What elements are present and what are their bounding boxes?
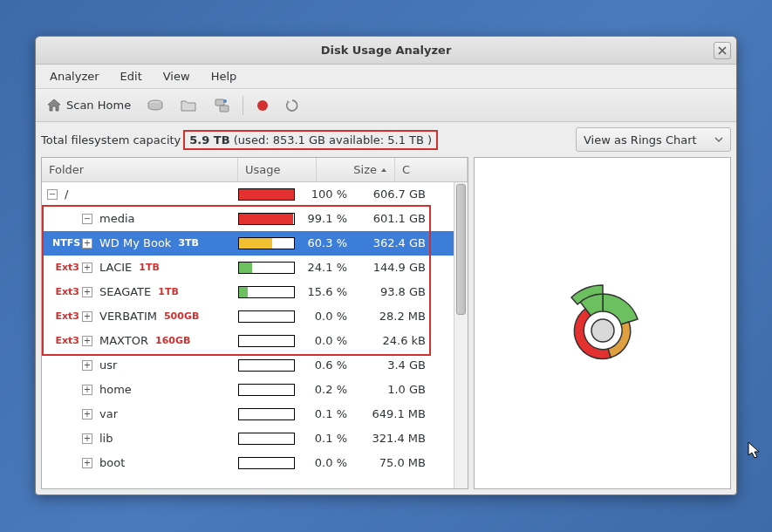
usage-percent: 0.0 %: [299, 310, 356, 323]
table-row[interactable]: +var0.1 %649.1 MB: [42, 402, 454, 426]
mouse-cursor-icon: [748, 441, 763, 460]
summary-highlight: 5.9 TB (used: 853.1 GB available: 5.1 TB…: [183, 130, 438, 150]
expand-icon[interactable]: +: [82, 458, 92, 468]
folder-name: /: [65, 188, 68, 201]
expand-icon[interactable]: +: [82, 336, 92, 346]
table-row[interactable]: Ext3+SEAGATE1TB15.6 %93.8 GB: [42, 280, 454, 304]
tree-body[interactable]: −/100 %606.7 GB−media99.1 %601.1 GBNTFS+…: [42, 182, 454, 488]
folder-name: boot: [99, 456, 125, 469]
folder-name: SEAGATE: [99, 285, 151, 298]
rings-chart: [542, 263, 664, 385]
size-value: 601.1 GB: [356, 212, 434, 225]
usage-bar: [238, 237, 295, 249]
expand-icon[interactable]: +: [82, 311, 92, 322]
summary-capacity: 5.9 TB: [189, 133, 229, 147]
titlebar[interactable]: Disk Usage Analyzer: [36, 37, 736, 65]
refresh-button[interactable]: [280, 93, 304, 118]
size-value: 1.0 GB: [356, 383, 434, 396]
collapse-icon[interactable]: −: [47, 189, 58, 200]
chevron-down-icon: [714, 135, 723, 144]
scroll-thumb[interactable]: [456, 184, 466, 315]
menu-analyzer[interactable]: Analyzer: [41, 67, 108, 85]
svg-rect-2: [220, 106, 229, 112]
menu-edit[interactable]: Edit: [112, 67, 151, 85]
menubar: Analyzer Edit View Help: [36, 65, 736, 89]
table-row[interactable]: −media99.1 %601.1 GB: [42, 207, 454, 231]
table-row[interactable]: Ext3+LACIE1TB24.1 %144.9 GB: [42, 256, 454, 280]
size-value: 75.0 MB: [356, 456, 434, 469]
expand-icon[interactable]: +: [82, 385, 92, 395]
size-value: 3.4 GB: [356, 358, 434, 372]
usage-percent: 15.6 %: [299, 285, 356, 298]
table-row[interactable]: +lib0.1 %321.4 MB: [42, 426, 454, 451]
table-row[interactable]: −/100 %606.7 GB: [42, 182, 454, 207]
collapse-icon[interactable]: −: [82, 214, 92, 224]
menu-view[interactable]: View: [154, 67, 199, 85]
table-row[interactable]: Ext3+VERBATIM500GB0.0 %28.2 MB: [42, 304, 454, 329]
expand-icon[interactable]: +: [82, 433, 92, 444]
size-value: 24.6 kB: [356, 334, 434, 347]
main-content: Folder Usage Size C −/100 %606.7 GB−medi…: [36, 157, 736, 494]
capacity-label: 160GB: [155, 335, 190, 346]
filesystem-label: NTFS: [52, 237, 82, 249]
folder-tree-panel: Folder Usage Size C −/100 %606.7 GB−medi…: [41, 157, 468, 489]
menu-help[interactable]: Help: [202, 67, 246, 85]
filesystem-label: Ext3: [52, 310, 82, 322]
refresh-icon: [285, 99, 299, 113]
capacity-label: 3TB: [178, 237, 199, 249]
table-row[interactable]: +boot0.0 %75.0 MB: [42, 451, 454, 475]
scan-filesystem-button[interactable]: [141, 93, 169, 118]
toolbar-separator: [243, 96, 243, 115]
usage-bar: [238, 457, 295, 469]
folder-name: home: [99, 383, 132, 396]
window-title: Disk Usage Analyzer: [321, 44, 452, 57]
usage-percent: 0.2 %: [299, 383, 356, 396]
close-button[interactable]: [714, 42, 731, 59]
column-folder[interactable]: Folder: [42, 158, 238, 181]
column-c[interactable]: C: [395, 158, 468, 181]
table-row[interactable]: +usr0.6 %3.4 GB: [42, 353, 454, 378]
rings-chart-panel[interactable]: [474, 157, 731, 489]
view-mode-selector[interactable]: View as Rings Chart: [576, 127, 731, 152]
folder-name: WD My Book: [99, 236, 171, 249]
network-icon: [213, 98, 230, 113]
usage-bar: [238, 262, 295, 274]
table-row[interactable]: +home0.2 %1.0 GB: [42, 378, 454, 402]
folder-name: VERBATIM: [99, 310, 157, 323]
tree-header: Folder Usage Size C: [42, 158, 468, 182]
summary-label: Total filesystem capacity: [41, 133, 181, 147]
view-mode-label: View as Rings Chart: [584, 133, 697, 147]
close-icon: [718, 46, 727, 55]
usage-bar: [238, 384, 295, 396]
expand-icon[interactable]: +: [82, 287, 92, 297]
filesystem-label: Ext3: [52, 335, 82, 346]
summary-row: Total filesystem capacity 5.9 TB (used: …: [36, 122, 736, 157]
stop-button[interactable]: [250, 93, 275, 118]
vertical-scrollbar[interactable]: [454, 182, 468, 488]
size-value: 649.1 MB: [356, 407, 434, 420]
svg-point-5: [591, 319, 614, 342]
expand-icon[interactable]: +: [82, 238, 92, 249]
expand-icon[interactable]: +: [82, 360, 92, 371]
size-value: 606.7 GB: [356, 188, 434, 201]
scan-folder-button[interactable]: [174, 93, 202, 118]
capacity-label: 1TB: [139, 262, 160, 273]
usage-bar: [238, 213, 295, 225]
folder-name: var: [99, 407, 118, 420]
filesystem-label: Ext3: [52, 262, 82, 273]
stop-icon: [256, 99, 270, 113]
expand-icon[interactable]: +: [82, 409, 92, 419]
size-value: 144.9 GB: [356, 261, 434, 274]
usage-percent: 0.0 %: [299, 456, 356, 469]
table-row[interactable]: Ext3+MAXTOR160GB0.0 %24.6 kB: [42, 329, 454, 353]
column-size[interactable]: Size: [317, 158, 395, 181]
usage-bar: [238, 286, 295, 298]
usage-percent: 100 %: [299, 188, 356, 201]
scan-home-button[interactable]: Scan Home: [41, 93, 136, 118]
drive-icon: [147, 99, 164, 113]
scan-remote-button[interactable]: [208, 93, 236, 118]
column-usage[interactable]: Usage: [238, 158, 317, 181]
expand-icon[interactable]: +: [82, 263, 92, 273]
usage-bar: [238, 310, 295, 323]
table-row[interactable]: NTFS+WD My Book3TB60.3 %362.4 GB: [42, 231, 454, 256]
